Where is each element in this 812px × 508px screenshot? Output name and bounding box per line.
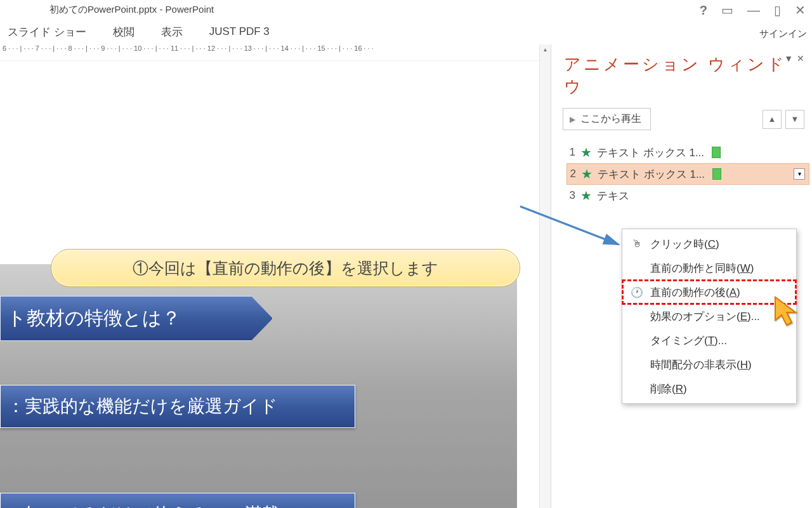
menu-with-previous[interactable]: 直前の動作と同時(W) <box>622 256 796 280</box>
timing-context-menu: 🖱 クリック時(C) 直前の動作と同時(W) 🕐 直前の動作の後(A) 効果のオ… <box>622 229 797 404</box>
move-up-button[interactable]: ▲ <box>763 110 782 129</box>
item-label: テキス <box>597 189 629 203</box>
tab-justpdf3[interactable]: JUST PDF 3 <box>209 25 270 38</box>
help-icon[interactable]: ? <box>700 4 707 17</box>
pane-options-icon[interactable]: ▼ <box>784 53 793 64</box>
title-bar: 初めてのPowerPoint.pptx - PowerPoint <box>0 0 812 19</box>
effect-star-icon: ★ <box>581 166 593 182</box>
effect-star-icon: ★ <box>580 188 592 203</box>
slide-editor: 6 · · · | · · · 7 · · · | · · · 8 · · · … <box>0 44 539 508</box>
slide-canvas[interactable]: ト教材の特徴とは？ ：実践的な機能だけを厳選ガイド ：知ってるだけで使えるコツ満… <box>0 61 539 508</box>
reorder-controls: ▲ ▼ <box>763 110 804 129</box>
annotation-callout: ①今回は【直前の動作の後】を選択します <box>51 249 520 287</box>
animation-item[interactable]: 3 ★ テキス <box>566 185 809 206</box>
mouse-icon: 🖱 <box>630 238 644 250</box>
item-number: 2 <box>567 168 576 180</box>
sign-in-link[interactable]: サインイン <box>759 28 807 40</box>
minimize-icon[interactable]: — <box>747 4 760 17</box>
menu-hide-timeline[interactable]: 時間配分の非表示(H) <box>622 352 796 377</box>
annotation-text: ①今回は【直前の動作の後】を選択します <box>133 258 438 279</box>
vertical-scrollbar[interactable]: ▴ <box>539 44 551 508</box>
item-number: 3 <box>566 189 575 202</box>
pane-close-icon[interactable]: ✕ <box>797 53 804 64</box>
item-label: テキスト ボックス 1... <box>597 145 704 160</box>
slide-shape-bullet-2[interactable]: ：知ってるだけで使えるコツ満載 <box>0 493 355 508</box>
effect-star-icon: ★ <box>580 145 592 160</box>
item-dropdown-button[interactable]: ▾ <box>794 168 805 180</box>
duration-chip <box>712 168 721 180</box>
close-icon[interactable]: ✕ <box>795 4 806 17</box>
menu-after-previous[interactable]: 🕐 直前の動作の後(A) <box>622 280 796 304</box>
tab-review[interactable]: 校閲 <box>113 25 134 39</box>
menu-remove[interactable]: 削除(R) <box>622 377 796 401</box>
menu-timing[interactable]: タイミング(T)... <box>622 328 796 352</box>
item-label: テキスト ボックス 1... <box>598 167 705 182</box>
animation-item[interactable]: 1 ★ テキスト ボックス 1... <box>566 142 809 163</box>
clock-icon: 🕐 <box>630 286 644 298</box>
play-icon: ▶ <box>570 115 575 124</box>
slide-shape-bullet-1[interactable]: ：実践的な機能だけを厳選ガイド <box>0 385 355 428</box>
cursor-pointer-icon <box>773 296 801 331</box>
window-controls: ? ▭ — ▯ ✕ <box>700 4 806 17</box>
horizontal-ruler: 6 · · · | · · · 7 · · · | · · · 8 · · · … <box>0 44 539 61</box>
animation-item-selected[interactable]: 2 ★ テキスト ボックス 1... ▾ <box>566 163 809 185</box>
menu-on-click[interactable]: 🖱 クリック時(C) <box>622 232 796 256</box>
ribbon-display-icon[interactable]: ▭ <box>721 4 733 17</box>
window-title: 初めてのPowerPoint.pptx - PowerPoint <box>49 4 214 16</box>
workspace: 6 · · · | · · · 7 · · · | · · · 8 · · · … <box>0 44 812 508</box>
tab-slideshow[interactable]: スライド ショー <box>8 25 86 39</box>
scroll-up-icon[interactable]: ▴ <box>541 46 550 56</box>
item-number: 1 <box>566 146 575 159</box>
menu-effect-options[interactable]: 効果のオプション(E)... <box>622 304 796 328</box>
ribbon-tabs: スライド ショー 校閲 表示 JUST PDF 3 <box>0 19 812 44</box>
play-label: ここから再生 <box>580 112 641 126</box>
tab-view[interactable]: 表示 <box>161 25 183 39</box>
slide-shape-title[interactable]: ト教材の特徴とは？ <box>0 296 273 341</box>
duration-chip <box>712 147 721 158</box>
animation-pane-title: アニメーション ウィンドウ <box>564 53 806 98</box>
animation-list: 1 ★ テキスト ボックス 1... 2 ★ テキスト ボックス 1... ▾ … <box>551 139 812 206</box>
restore-icon[interactable]: ▯ <box>774 4 781 17</box>
move-down-button[interactable]: ▼ <box>785 110 804 129</box>
animation-pane: アニメーション ウィンドウ ▼ ✕ ▶ ここから再生 ▲ ▼ 1 ★ テキスト … <box>551 44 812 508</box>
play-from-here-button[interactable]: ▶ ここから再生 <box>563 108 651 130</box>
